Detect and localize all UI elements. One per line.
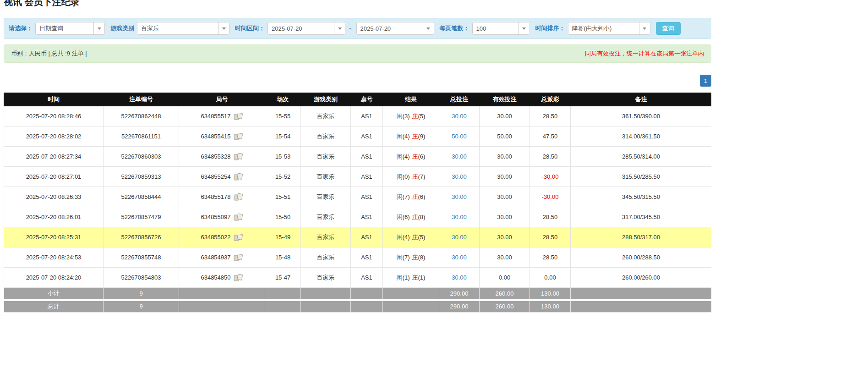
cell-game-type: 百家乐 [301, 126, 351, 147]
sort-order-dropdown-button[interactable] [639, 22, 650, 34]
round-replay-icon[interactable] [234, 113, 243, 120]
cell-valid-bet: 30.00 [480, 247, 530, 268]
date-from-dropdown-button[interactable] [334, 22, 345, 34]
total-bet-link[interactable]: 30.00 [452, 193, 467, 200]
table-row: 2025-07-20 08:24:53522670855748634854937… [4, 247, 712, 268]
date-to-combo [356, 22, 434, 35]
grand-total-valid-bet: 260.00 [480, 300, 530, 313]
cell-round-no: 634855517 [179, 106, 265, 126]
result-player: 闲 [397, 173, 403, 180]
filter-group-date-range: 时间区间： ~ [235, 22, 434, 35]
result-player: 闲 [397, 254, 403, 261]
game-type-input[interactable] [137, 22, 218, 34]
query-type-dropdown-button[interactable] [93, 22, 104, 34]
per-page-dropdown-button[interactable] [519, 22, 530, 34]
cell-bet-no: 522670859313 [104, 167, 179, 187]
cell-valid-bet: 30.00 [480, 227, 530, 247]
date-from-input[interactable] [268, 22, 334, 34]
round-replay-icon[interactable] [234, 274, 243, 281]
cell-time: 2025-07-20 08:27:01 [4, 167, 104, 187]
cell-note: 288.50/317.00 [571, 227, 712, 247]
cell-total-bet: 30.00 [439, 147, 480, 167]
total-bet-link[interactable]: 30.00 [452, 113, 467, 120]
grand-total-payout: 130.00 [530, 300, 571, 313]
cell-game-type: 百家乐 [301, 147, 351, 167]
round-replay-icon[interactable] [234, 133, 243, 140]
total-bet-link[interactable]: 50.00 [452, 133, 467, 140]
date-to-input[interactable] [357, 22, 423, 34]
table-header-row: 时间 注单编号 局号 场次 游戏类别 桌号 结果 总投注 有效投注 总派彩 备注 [4, 93, 712, 106]
round-replay-icon[interactable] [234, 234, 243, 241]
round-replay-icon[interactable] [234, 193, 243, 200]
round-replay-icon[interactable] [234, 153, 243, 160]
cell-payout: 28.50 [530, 147, 571, 167]
round-replay-icon[interactable] [234, 254, 243, 261]
cell-note: 315.50/285.50 [571, 167, 712, 187]
cell-total-bet: 30.00 [439, 227, 480, 247]
sort-order-input[interactable] [568, 22, 639, 34]
cell-total-bet: 50.00 [439, 126, 480, 147]
cell-table-no: AS1 [351, 247, 383, 268]
cell-result: 闲(4)庄(5) [383, 227, 439, 247]
cell-result: 闲(4)庄(9) [383, 126, 439, 147]
col-header-session: 场次 [265, 93, 301, 106]
date-to-dropdown-button[interactable] [423, 22, 434, 34]
cell-bet-no: 522670856726 [104, 227, 179, 247]
cell-result: 闲(0)庄(7) [383, 167, 439, 187]
cell-note: 361.50/390.00 [571, 106, 712, 126]
cell-bet-no: 522670858444 [104, 187, 179, 207]
total-bet-link[interactable]: 30.00 [452, 214, 467, 220]
records-body: 2025-07-20 08:28:46522670862448634855517… [4, 106, 712, 288]
subtotal-total-bet: 290.00 [439, 288, 480, 300]
cell-session: 15-50 [265, 207, 301, 227]
col-header-valid-bet: 有效投注 [480, 93, 530, 106]
table-row: 2025-07-20 08:25:31522670856726634855022… [4, 227, 712, 247]
per-page-input[interactable] [473, 22, 519, 34]
total-bet-link[interactable]: 30.00 [452, 153, 467, 160]
summary-warning-note: 同局有效投注，统一计算在该局第一张注单内 [585, 49, 704, 58]
cell-round-no: 634855415 [179, 126, 265, 147]
result-player: 闲 [397, 193, 403, 200]
result-banker: 庄 [412, 234, 418, 241]
cell-time: 2025-07-20 08:27:34 [4, 147, 104, 167]
cell-bet-no: 522670854803 [104, 268, 179, 288]
filter-group-game: 游戏类别 [110, 22, 229, 35]
cell-payout: 28.50 [530, 207, 571, 227]
round-replay-icon[interactable] [234, 173, 243, 180]
sort-order-label: 时间排序： [535, 24, 565, 33]
col-header-round-no: 局号 [179, 93, 265, 106]
game-type-combo [137, 22, 229, 35]
total-bet-link[interactable]: 30.00 [452, 173, 467, 180]
cell-note: 285.50/314.00 [571, 147, 712, 167]
result-player: 闲 [397, 214, 403, 220]
date-from-combo [267, 22, 345, 35]
cell-table-no: AS1 [351, 147, 383, 167]
cell-round-no: 634854850 [179, 268, 265, 288]
cell-bet-no: 522670860303 [104, 147, 179, 167]
cell-total-bet: 30.00 [439, 187, 480, 207]
cell-valid-bet: 30.00 [480, 187, 530, 207]
round-replay-icon[interactable] [234, 214, 243, 220]
cell-time: 2025-07-20 08:26:01 [4, 207, 104, 227]
query-button[interactable]: 查询 [656, 22, 681, 35]
cell-result: 闲(1)庄(1) [383, 268, 439, 288]
page-container: 视讯 会员下注纪录 请选择： 游戏类别 时间区间： ~ [4, 0, 711, 313]
result-banker: 庄 [412, 193, 418, 200]
page-title: 视讯 会员下注纪录 [4, 0, 711, 8]
pagination-page-1[interactable]: 1 [700, 75, 711, 87]
cell-time: 2025-07-20 08:26:33 [4, 187, 104, 207]
total-bet-link[interactable]: 30.00 [452, 254, 467, 261]
query-type-input[interactable] [36, 22, 93, 34]
cell-bet-no: 522670855748 [104, 247, 179, 268]
sort-order-combo [568, 22, 650, 35]
cell-round-no: 634855328 [179, 147, 265, 167]
cell-note: 345.50/315.50 [571, 187, 712, 207]
game-type-dropdown-button[interactable] [218, 22, 229, 34]
cell-session: 15-54 [265, 126, 301, 147]
cell-round-no: 634855254 [179, 167, 265, 187]
total-bet-link[interactable]: 30.00 [452, 274, 467, 281]
total-bet-link[interactable]: 30.00 [452, 234, 467, 241]
cell-game-type: 百家乐 [301, 207, 351, 227]
col-header-time: 时间 [4, 93, 104, 106]
cell-payout: -30.00 [530, 187, 571, 207]
